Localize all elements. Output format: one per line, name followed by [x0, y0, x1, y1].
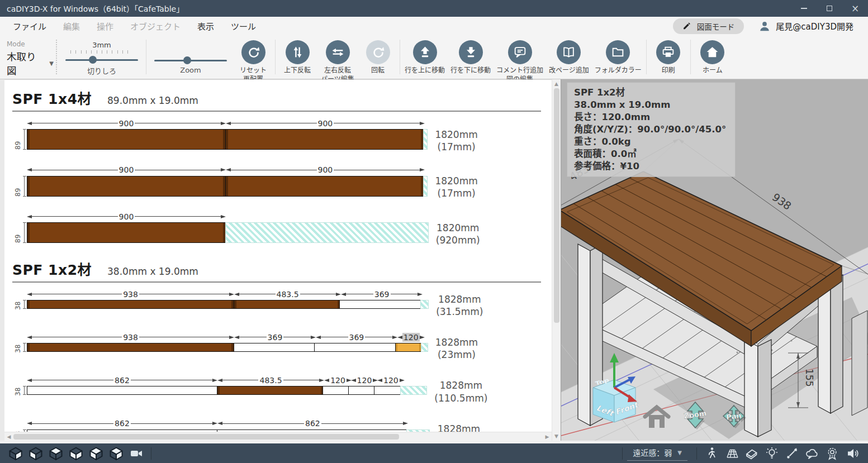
home-icon — [700, 40, 724, 64]
kerf-slider[interactable] — [65, 56, 138, 64]
cut-part[interactable] — [27, 129, 226, 150]
dimension-segment: 369 — [316, 332, 397, 342]
maximize-icon — [827, 6, 832, 11]
measure-icon[interactable] — [782, 446, 801, 461]
hscroll-thumb[interactable] — [13, 434, 399, 440]
menubar-right: 図面モード 尾見@caDIY3D開発 — [673, 18, 864, 34]
cut-part[interactable] — [27, 176, 226, 197]
cut-row: 38862483.51201201201828mm(110.5mm) — [12, 375, 552, 404]
add-page-break-button[interactable]: 改ページ追加 — [546, 35, 592, 79]
view-buttons — [6, 446, 156, 461]
dimension-segment: 120 — [377, 375, 404, 385]
lighting-icon[interactable] — [762, 446, 781, 461]
user-account[interactable]: 尾見@caDIY3D開発 — [758, 20, 853, 32]
view-cube-2-icon[interactable] — [26, 446, 45, 461]
maximize-button[interactable] — [817, 0, 842, 17]
section-size: 38.0mm x 19.0mm — [107, 266, 198, 277]
part-info-line: 表面積：0.0㎡ — [574, 148, 728, 160]
height-dimension: 89 — [12, 165, 27, 200]
cut-part[interactable] — [234, 343, 315, 352]
cut-part[interactable] — [374, 386, 400, 395]
menu-ファイル[interactable]: ファイル — [4, 20, 55, 32]
flip-horizontal-button[interactable]: 左右反転パーツ編集 — [317, 35, 358, 79]
sound-icon[interactable] — [843, 446, 862, 461]
waste-area — [420, 300, 429, 309]
cut-part[interactable] — [27, 343, 234, 352]
cut-part[interactable] — [217, 386, 324, 395]
horizontal-scrollbar[interactable]: ◀ ▶ — [4, 432, 552, 441]
view-cube-6-icon[interactable] — [107, 446, 126, 461]
perspective-label: 遠近感：弱 — [633, 447, 672, 458]
scroll-left-icon[interactable]: ◀ — [4, 432, 13, 441]
vscroll-thumb[interactable] — [554, 88, 559, 323]
home-button[interactable]: ホーム — [692, 35, 733, 79]
dim-height-label: 155 — [804, 369, 815, 386]
menu-表示[interactable]: 表示 — [189, 20, 222, 32]
cutlist-canvas[interactable]: SPF 1x4材89.0mm x 19.0mm899009001820mm(17… — [4, 79, 552, 441]
cut-row: 899009001820mm(17mm) — [12, 165, 552, 200]
floor-grid-icon[interactable] — [722, 446, 741, 461]
move-row-up-button[interactable]: 行を上に移動 — [402, 35, 448, 79]
menu-オブジェクト: オブジェクト — [122, 20, 189, 32]
eraser-icon[interactable] — [742, 446, 761, 461]
scroll-right-icon[interactable]: ▶ — [543, 432, 552, 441]
cut-part[interactable] — [225, 176, 424, 197]
comment-balloon-icon[interactable] — [803, 446, 822, 461]
dimension-value: 120 — [402, 333, 420, 342]
mode-dropdown[interactable]: 木取り図 ▼ — [7, 48, 54, 80]
cut-part[interactable] — [348, 386, 374, 395]
kerf-slider-knob[interactable] — [89, 56, 97, 64]
reset-rearrange-button[interactable]: リセット再配置 — [233, 35, 273, 79]
cut-part[interactable] — [322, 386, 349, 395]
dimension-segment: 862 — [27, 375, 217, 385]
statusbar-separator — [622, 447, 623, 460]
dimension-segment: 120 — [397, 332, 424, 342]
cut-part[interactable] — [314, 343, 396, 352]
cut-part[interactable] — [339, 300, 421, 309]
waste-area — [225, 222, 429, 243]
view-cube-4-icon[interactable] — [67, 446, 86, 461]
dimension-value: 938 — [122, 333, 139, 342]
view-cube-3-icon[interactable] — [46, 446, 65, 461]
part-info-line: 長さ：120.0mm — [574, 111, 728, 123]
view-cube-1-icon[interactable] — [6, 446, 25, 461]
zoom-slider-knob[interactable] — [183, 56, 191, 64]
cut-part[interactable] — [225, 129, 424, 150]
section-header: SPF 1x2材38.0mm x 19.0mm — [12, 259, 541, 283]
perspective-dropdown[interactable]: 遠近感：弱 ▼ — [627, 446, 687, 461]
3d-viewport[interactable]: 483 938 155 Top Left Front — [561, 79, 868, 441]
menu-items: ファイル編集操作オブジェクト表示ツール — [4, 20, 264, 32]
cut-part[interactable] — [234, 300, 340, 309]
toolbar-separator — [146, 40, 146, 74]
stamp-icon[interactable] — [823, 446, 842, 461]
walk-icon[interactable] — [702, 446, 721, 461]
cut-part[interactable] — [27, 386, 217, 395]
add-comment-row-button[interactable]: コメント行追加図の編集 — [494, 35, 546, 79]
cut-part[interactable] — [27, 300, 234, 309]
app-window: caDIY3D-X for Windows（64bit）「CafeTable」 … — [0, 0, 868, 463]
camera-icon[interactable] — [127, 446, 146, 461]
print-button[interactable]: 印刷 — [648, 35, 689, 79]
minimize-icon — [801, 8, 807, 9]
scroll-up-icon[interactable]: ▲ — [552, 79, 561, 88]
view-cube-5-icon[interactable] — [87, 446, 106, 461]
toolbar-drag-handle[interactable] — [56, 40, 57, 74]
vertical-scrollbar[interactable]: ▲ ▼ — [552, 79, 561, 441]
drawing-mode-button[interactable]: 図面モード — [673, 18, 744, 34]
stock-length-label: 1828mm(31.5mm) — [436, 293, 483, 318]
kerf-slider-track[interactable] — [65, 59, 138, 61]
folder-color-button[interactable]: フォルダカラー — [592, 35, 644, 79]
cut-part-selected[interactable] — [395, 343, 421, 352]
move-row-down-button[interactable]: 行を下に移動 — [448, 35, 494, 79]
stock-length-label: 1828mm(23mm) — [435, 336, 478, 361]
scroll-down-icon[interactable]: ▼ — [552, 432, 561, 441]
zoom-slider[interactable] — [154, 56, 227, 64]
flip-vertical-button[interactable]: 上下反転 — [277, 35, 317, 79]
cut-part[interactable] — [27, 222, 226, 243]
dimension-line: 938483.5369 — [27, 289, 429, 299]
part-info-line: 重さ：0.0kg — [574, 136, 728, 148]
stock-bar — [27, 300, 429, 309]
minimize-button[interactable] — [791, 0, 817, 17]
close-button[interactable]: × — [842, 0, 868, 17]
menu-ツール[interactable]: ツール — [222, 20, 264, 32]
